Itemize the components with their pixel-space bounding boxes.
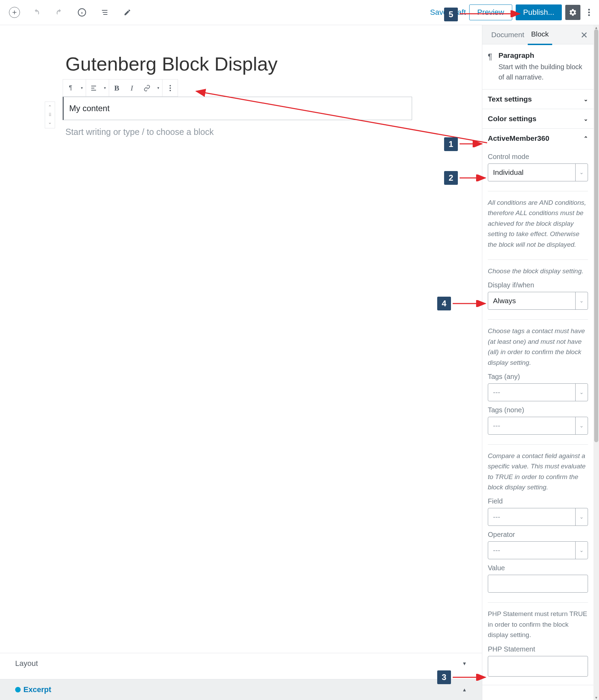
- divider: [488, 191, 588, 191]
- block-info-description: Start with the building block of all nar…: [498, 62, 588, 82]
- divider: [488, 602, 588, 603]
- settings-button[interactable]: [565, 5, 580, 20]
- move-up-button[interactable]: ⌃: [48, 104, 52, 111]
- section-color-settings[interactable]: Color settings⌄: [482, 109, 593, 129]
- field-label: Field: [488, 497, 588, 505]
- info-button[interactable]: [76, 6, 88, 19]
- section-activemember360[interactable]: ActiveMember360⌃: [482, 129, 593, 148]
- field-select[interactable]: ---⌄: [488, 508, 588, 526]
- callout-5: 5: [444, 8, 458, 21]
- chevron-down-icon: ⌄: [584, 116, 588, 122]
- layout-panel-header[interactable]: Layout ▼: [0, 653, 482, 674]
- divider: [488, 259, 588, 260]
- svg-point-6: [169, 90, 171, 91]
- chevron-down-icon: ⌄: [575, 384, 588, 401]
- svg-point-5: [169, 87, 171, 89]
- callout-3: 3: [437, 670, 451, 684]
- callout-1: 1: [444, 137, 458, 151]
- callout-4: 4: [437, 297, 451, 310]
- help-conditions: All conditions are AND conditions, there…: [488, 198, 588, 250]
- format-more-dropdown[interactable]: ▾: [155, 79, 162, 96]
- chevron-down-icon: ⌄: [575, 508, 588, 526]
- edit-button[interactable]: [121, 6, 134, 19]
- post-title[interactable]: Gutenberg Block Display: [65, 53, 482, 75]
- help-php: PHP Statement must return TRUE in order …: [488, 609, 588, 640]
- value-label: Value: [488, 564, 588, 572]
- add-block-button[interactable]: [9, 7, 20, 18]
- operator-select[interactable]: ---⌄: [488, 541, 588, 559]
- svg-point-1: [588, 9, 590, 11]
- drag-handle[interactable]: ⠿: [49, 111, 52, 119]
- excerpt-indicator-icon: [15, 687, 21, 692]
- more-menu-button[interactable]: [584, 5, 594, 20]
- arrow-5: [460, 10, 525, 17]
- excerpt-panel-header[interactable]: Excerpt ▲: [0, 679, 482, 700]
- php-statement-input[interactable]: [488, 656, 588, 677]
- svg-line-9: [196, 91, 487, 143]
- control-mode-select[interactable]: Individual⌄: [488, 163, 588, 181]
- chevron-down-icon: ⌄: [575, 417, 588, 434]
- tags-any-label: Tags (any): [488, 373, 588, 381]
- svg-point-3: [588, 14, 590, 16]
- sidebar-tabs: Document Block ✕: [482, 25, 593, 44]
- block-info-title: Paragraph: [498, 51, 588, 60]
- svg-point-4: [169, 85, 171, 86]
- arrow-1-short: [460, 140, 487, 147]
- php-label: PHP Statement: [488, 645, 588, 653]
- tab-document[interactable]: Document: [488, 25, 528, 44]
- chevron-down-icon: ⌄: [575, 164, 588, 181]
- value-input[interactable]: [488, 575, 588, 593]
- block-movers: ⌃ ⠿ ⌄: [45, 102, 55, 128]
- chevron-down-icon: ⌄: [584, 96, 588, 103]
- arrow-2: [460, 174, 491, 181]
- chevron-down-icon: ▼: [462, 661, 467, 666]
- help-field: Compare a contact field against a specif…: [488, 451, 588, 493]
- transform-dropdown[interactable]: ▾: [78, 79, 86, 96]
- close-sidebar-button[interactable]: ✕: [580, 30, 588, 41]
- callout-2: 2: [444, 171, 458, 185]
- undo-button[interactable]: [30, 6, 43, 19]
- tags-none-select[interactable]: ---⌄: [488, 417, 588, 435]
- tags-none-label: Tags (none): [488, 406, 588, 414]
- section-text-settings[interactable]: Text settings⌄: [482, 89, 593, 109]
- block-info: ¶ Paragraph Start with the building bloc…: [482, 44, 593, 89]
- chevron-up-icon: ⌃: [584, 135, 588, 142]
- help-display: Choose the block display setting.: [488, 266, 588, 276]
- display-select[interactable]: Always⌄: [488, 292, 588, 310]
- control-mode-label: Control mode: [488, 153, 588, 161]
- align-button[interactable]: [86, 79, 101, 96]
- align-dropdown[interactable]: ▾: [101, 79, 109, 96]
- redo-button[interactable]: [53, 6, 65, 19]
- transform-button[interactable]: ¶: [63, 79, 78, 96]
- block-toolbar: ¶▾ ▾ BI▾: [63, 79, 178, 97]
- svg-point-2: [588, 12, 590, 13]
- outline-button[interactable]: [98, 6, 111, 19]
- tab-block[interactable]: Block: [528, 25, 552, 45]
- divider: [488, 444, 588, 445]
- settings-sidebar: ▴▾ Document Block ✕ ¶ Paragraph Start wi…: [482, 25, 599, 700]
- italic-button[interactable]: I: [124, 79, 139, 96]
- arrow-4: [453, 300, 491, 307]
- chevron-down-icon: ⌄: [575, 542, 588, 559]
- paragraph-icon: ¶: [488, 51, 492, 82]
- activemember360-panel: Control mode Individual⌄ All conditions …: [482, 153, 593, 685]
- excerpt-panel-label: Excerpt: [23, 685, 51, 694]
- tags-any-select[interactable]: ---⌄: [488, 383, 588, 401]
- chevron-up-icon: ▲: [462, 687, 467, 692]
- display-label: Display if/when: [488, 281, 588, 289]
- layout-panel-label: Layout: [15, 659, 38, 668]
- arrow-3: [453, 674, 491, 681]
- link-button[interactable]: [139, 79, 155, 96]
- block-more-button[interactable]: [162, 79, 178, 96]
- chevron-down-icon: ⌄: [575, 292, 588, 309]
- divider: [488, 319, 588, 320]
- sidebar-scrollbar[interactable]: ▴▾: [593, 25, 599, 700]
- move-down-button[interactable]: ⌄: [48, 119, 52, 126]
- operator-label: Operator: [488, 531, 588, 539]
- bold-button[interactable]: B: [109, 79, 124, 96]
- help-tags: Choose tags a contact must have (at leas…: [488, 326, 588, 368]
